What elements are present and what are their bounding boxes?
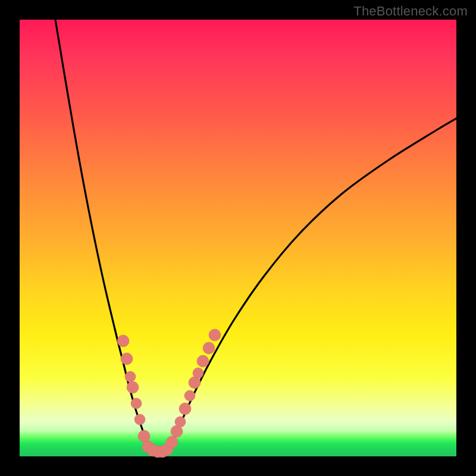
chart-frame: TheBottleneck.com: [0, 0, 476, 476]
data-marker: [125, 371, 136, 382]
data-marker: [134, 414, 145, 425]
data-marker: [121, 353, 133, 365]
data-marker: [127, 381, 139, 393]
data-marker: [197, 355, 209, 367]
marker-group: [117, 329, 221, 458]
curve-right: [165, 118, 456, 454]
plot-area: [20, 20, 456, 456]
data-marker: [179, 403, 191, 415]
watermark-text: TheBottleneck.com: [353, 4, 468, 19]
data-marker: [117, 335, 129, 347]
data-marker: [138, 430, 150, 442]
data-marker: [131, 398, 142, 409]
data-marker: [175, 416, 186, 427]
curve-layer: [20, 20, 456, 456]
data-marker: [193, 368, 203, 378]
data-marker: [166, 436, 178, 448]
data-marker: [184, 390, 195, 401]
data-marker: [203, 342, 215, 354]
data-marker: [209, 329, 221, 341]
